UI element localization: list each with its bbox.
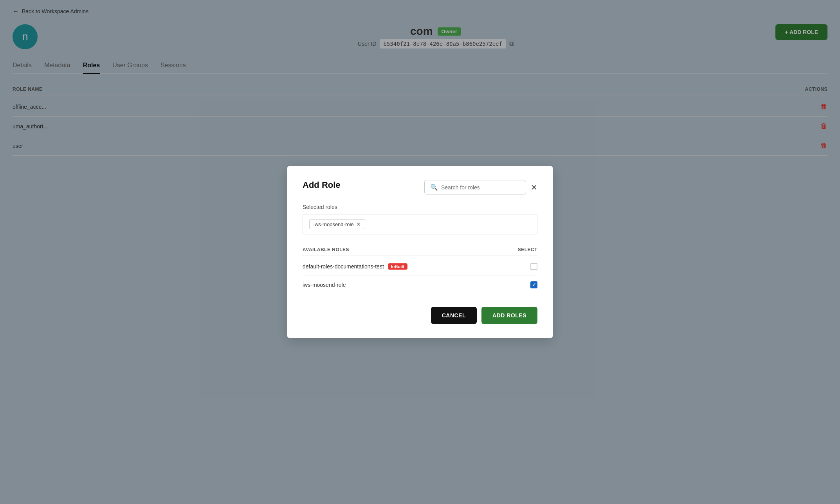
modal-overlay: Add Role 🔍 ✕ Selected roles iws-moosend-…	[0, 0, 840, 504]
role-tag-remove[interactable]: ✕	[356, 221, 361, 227]
role-checkbox-1[interactable]	[530, 263, 537, 270]
role-tag-label: iws-moosend-role	[314, 221, 354, 227]
selected-roles-box: iws-moosend-role ✕	[303, 214, 537, 234]
role-name-2: iws-moosend-role	[303, 282, 346, 288]
add-role-modal: Add Role 🔍 ✕ Selected roles iws-moosend-…	[287, 166, 553, 338]
select-label: SELECT	[518, 247, 537, 252]
modal-header: Add Role 🔍 ✕	[303, 180, 537, 194]
close-button[interactable]: ✕	[531, 184, 537, 191]
modal-footer: CANCEL ADD ROLES	[303, 307, 537, 324]
inbuilt-badge: InBuilt	[388, 263, 407, 270]
modal-title: Add Role	[303, 180, 341, 190]
selected-roles-label: Selected roles	[303, 204, 537, 210]
search-box[interactable]: 🔍	[424, 180, 526, 194]
cancel-button[interactable]: CANCEL	[431, 307, 477, 324]
role-name-1: default-roles-documentations-test InBuil…	[303, 263, 407, 270]
available-roles-label: AVAILABLE ROLES	[303, 247, 349, 252]
available-roles-header: AVAILABLE ROLES SELECT	[303, 244, 537, 256]
add-roles-button[interactable]: ADD ROLES	[481, 307, 537, 324]
role-row-1: default-roles-documentations-test InBuil…	[303, 257, 537, 276]
role-row-2: iws-moosend-role	[303, 276, 537, 294]
modal-search-close: 🔍 ✕	[424, 180, 537, 194]
role-checkbox-2[interactable]	[530, 281, 537, 288]
search-input[interactable]	[441, 184, 520, 191]
search-icon: 🔍	[430, 184, 438, 191]
role-tag: iws-moosend-role ✕	[309, 219, 365, 229]
